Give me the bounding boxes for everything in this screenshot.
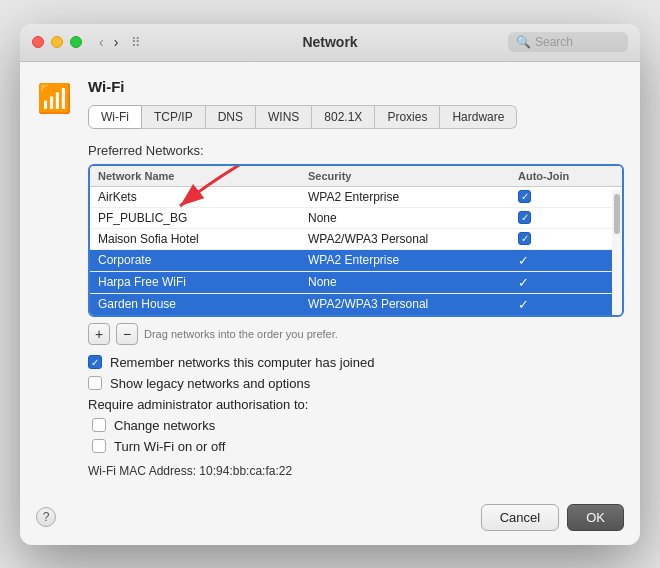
check-icon: ✓ (518, 275, 529, 290)
change-networks-label: Change networks (114, 418, 215, 433)
check-icon: ✓ (518, 253, 529, 268)
row-autojoin[interactable]: ✓ (518, 275, 598, 290)
table-row[interactable]: AirKets WPA2 Enterprise ✓ (90, 187, 622, 208)
search-bar[interactable]: 🔍 Search (508, 32, 628, 52)
options-section: ✓ Remember networks this computer has jo… (88, 355, 624, 478)
col-header-scroll (598, 170, 614, 182)
col-header-security: Security (308, 170, 518, 182)
titlebar: ‹ › ⠿ Network 🔍 Search (20, 24, 640, 62)
help-button[interactable]: ? (36, 507, 56, 527)
tab-8021x[interactable]: 802.1X (312, 105, 375, 129)
admin-options: Change networks Turn Wi-Fi on or off (92, 418, 624, 454)
table-row[interactable]: Harpa Free WiFi None ✓ (90, 272, 622, 294)
window: ‹ › ⠿ Network 🔍 Search 📶 Wi-Fi Wi-Fi TCP… (20, 24, 640, 545)
remember-checkbox[interactable]: ✓ (88, 355, 102, 369)
mac-address-label: Wi-Fi MAC Address: (88, 464, 196, 478)
row-autojoin[interactable]: ✓ (518, 253, 598, 268)
remember-label: Remember networks this computer has join… (110, 355, 374, 370)
cancel-button[interactable]: Cancel (481, 504, 559, 531)
sidebar-icon: 📶 (36, 78, 72, 478)
tab-dns[interactable]: DNS (206, 105, 256, 129)
check-icon: ✓ (521, 233, 529, 244)
grid-icon[interactable]: ⠿ (131, 35, 141, 50)
check-icon: ✓ (521, 191, 529, 202)
change-networks-checkbox[interactable] (92, 418, 106, 432)
mac-address-value: 10:94:bb:ca:fa:22 (199, 464, 292, 478)
option-legacy: Show legacy networks and options (88, 376, 624, 391)
networks-table: Network Name Security Auto-Join AirKets … (88, 164, 624, 317)
turn-wifi-checkbox[interactable] (92, 439, 106, 453)
col-header-autojoin: Auto-Join (518, 170, 598, 182)
row-name: Maison Sofia Hotel (98, 232, 308, 246)
row-autojoin[interactable]: ✓ (518, 211, 598, 224)
table-header: Network Name Security Auto-Join (90, 166, 622, 187)
row-security: WPA2 Enterprise (308, 190, 518, 204)
col-header-name: Network Name (98, 170, 308, 182)
row-autojoin[interactable]: ✓ (518, 190, 598, 203)
tabs: Wi-Fi TCP/IP DNS WINS 802.1X Proxies Har… (88, 105, 624, 129)
table-row[interactable]: Corporate WPA2 Enterprise ✓ (90, 250, 622, 272)
row-autojoin[interactable]: ✓ (518, 232, 598, 245)
back-button[interactable]: ‹ (96, 34, 107, 50)
row-name: Corporate (98, 253, 308, 267)
drag-hint: Drag networks into the order you prefer. (144, 328, 338, 340)
row-security: None (308, 211, 518, 225)
ok-button[interactable]: OK (567, 504, 624, 531)
row-security: None (308, 275, 518, 289)
autojoin-checkbox[interactable]: ✓ (518, 211, 531, 224)
autojoin-checkbox[interactable]: ✓ (518, 190, 531, 203)
row-name: Harpa Free WiFi (98, 275, 308, 289)
row-security: WPA2 Enterprise (308, 253, 518, 267)
remove-network-button[interactable]: − (116, 323, 138, 345)
check-icon: ✓ (518, 297, 529, 312)
search-placeholder: Search (535, 35, 573, 49)
row-name: Garden House (98, 297, 308, 311)
option-turn-wifi: Turn Wi-Fi on or off (92, 439, 624, 454)
mac-address: Wi-Fi MAC Address: 10:94:bb:ca:fa:22 (88, 464, 624, 478)
maximize-button[interactable] (70, 36, 82, 48)
scrollbar-track[interactable] (612, 190, 622, 315)
tab-hardware[interactable]: Hardware (440, 105, 517, 129)
tab-tcpip[interactable]: TCP/IP (142, 105, 206, 129)
search-icon: 🔍 (516, 35, 531, 49)
window-title: Network (302, 34, 357, 50)
footer-buttons: Cancel OK (481, 504, 624, 531)
turn-wifi-label: Turn Wi-Fi on or off (114, 439, 225, 454)
tab-proxies[interactable]: Proxies (375, 105, 440, 129)
close-button[interactable] (32, 36, 44, 48)
option-change-networks: Change networks (92, 418, 624, 433)
scrollbar-thumb[interactable] (614, 194, 620, 234)
check-icon: ✓ (521, 212, 529, 223)
row-security: WPA2/WPA3 Personal (308, 297, 518, 311)
minimize-button[interactable] (51, 36, 63, 48)
forward-button[interactable]: › (111, 34, 122, 50)
footer: ? Cancel OK (20, 494, 640, 545)
row-name: PF_PUBLIC_BG (98, 211, 308, 225)
row-security: WPA2/WPA3 Personal (308, 232, 518, 246)
traffic-lights (32, 36, 82, 48)
table-row[interactable]: Garden House WPA2/WPA3 Personal ✓ (90, 294, 622, 315)
legacy-checkbox[interactable] (88, 376, 102, 390)
row-name: AirKets (98, 190, 308, 204)
table-body: AirKets WPA2 Enterprise ✓ PF_PUBLIC_BG N… (90, 187, 622, 315)
table-row[interactable]: Maison Sofia Hotel WPA2/WPA3 Personal ✓ (90, 229, 622, 250)
tab-wifi[interactable]: Wi-Fi (88, 105, 142, 129)
row-autojoin[interactable]: ✓ (518, 297, 598, 312)
table-row[interactable]: PF_PUBLIC_BG None ✓ (90, 208, 622, 229)
legacy-label: Show legacy networks and options (110, 376, 310, 391)
wifi-icon: 📶 (37, 82, 72, 115)
table-controls: + − Drag networks into the order you pre… (88, 323, 624, 345)
autojoin-checkbox[interactable]: ✓ (518, 232, 531, 245)
option-remember: ✓ Remember networks this computer has jo… (88, 355, 624, 370)
admin-label: Require administrator authorisation to: (88, 397, 624, 412)
main-content: 📶 Wi-Fi Wi-Fi TCP/IP DNS WINS 802.1X Pro… (20, 62, 640, 494)
add-network-button[interactable]: + (88, 323, 110, 345)
right-panel: Wi-Fi Wi-Fi TCP/IP DNS WINS 802.1X Proxi… (88, 78, 624, 478)
check-icon: ✓ (91, 357, 99, 368)
section-title: Wi-Fi (88, 78, 624, 95)
tab-wins[interactable]: WINS (256, 105, 312, 129)
nav-buttons: ‹ › (96, 34, 121, 50)
preferred-label: Preferred Networks: (88, 143, 624, 158)
